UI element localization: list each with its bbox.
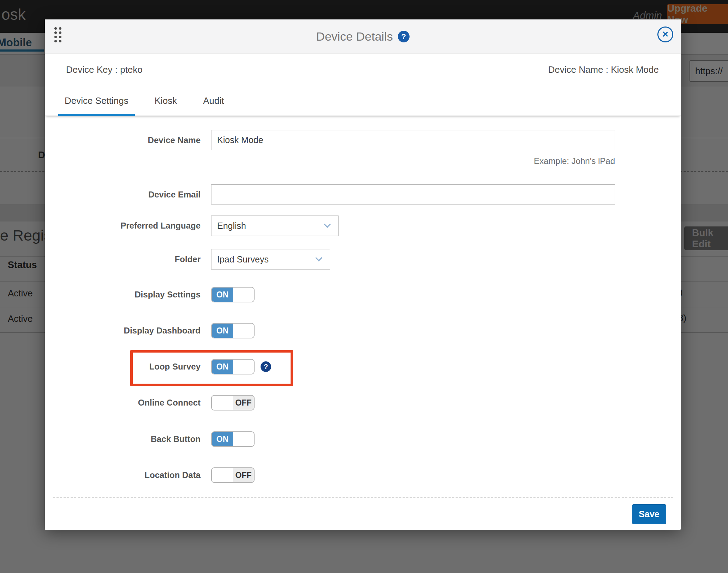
device-email-label: Device Email bbox=[55, 190, 201, 200]
modal-title: Device Details bbox=[316, 30, 393, 43]
preferred-language-select[interactable]: English bbox=[211, 215, 339, 236]
device-key-text: Device Key : pteko bbox=[66, 64, 143, 75]
chevron-down-icon bbox=[324, 221, 331, 228]
modal-header: Device Details ? ✕ bbox=[45, 19, 681, 54]
device-details-modal: Device Details ? ✕ Device Key : pteko De… bbox=[45, 19, 681, 530]
folder-label: Folder bbox=[55, 254, 201, 264]
active-tab-underline bbox=[58, 114, 135, 116]
tab-kiosk[interactable]: Kiosk bbox=[148, 85, 184, 116]
tab-audit[interactable]: Audit bbox=[197, 85, 230, 116]
display-dashboard-toggle[interactable]: ON bbox=[211, 323, 255, 338]
device-name-input[interactable] bbox=[211, 130, 615, 150]
modal-tabs: Device Settings Kiosk Audit bbox=[45, 85, 681, 116]
loop-survey-label: Loop Survey bbox=[55, 362, 201, 372]
device-name-text: Device Name : Kiosk Mode bbox=[548, 64, 659, 75]
back-button-label: Back Button bbox=[55, 434, 201, 444]
chevron-down-icon bbox=[315, 254, 322, 261]
device-name-helper: Example: John's iPad bbox=[211, 156, 615, 166]
tab-device-settings[interactable]: Device Settings bbox=[58, 85, 135, 116]
close-icon[interactable]: ✕ bbox=[657, 26, 673, 42]
display-settings-label: Display Settings bbox=[55, 290, 201, 300]
footer-divider bbox=[53, 497, 673, 498]
device-email-input[interactable] bbox=[211, 184, 615, 205]
location-data-toggle[interactable]: OFF bbox=[211, 467, 255, 483]
folder-select[interactable]: Ipad Surveys bbox=[211, 249, 330, 270]
back-button-toggle[interactable]: ON bbox=[211, 431, 255, 447]
save-button[interactable]: Save bbox=[632, 504, 666, 524]
help-icon[interactable]: ? bbox=[398, 31, 410, 42]
device-name-label: Device Name bbox=[55, 135, 201, 145]
modal-subheader: Device Key : pteko Device Name : Kiosk M… bbox=[45, 54, 681, 85]
online-connect-toggle[interactable]: OFF bbox=[211, 395, 255, 410]
preferred-language-label: Preferred Language bbox=[55, 221, 201, 231]
online-connect-label: Online Connect bbox=[55, 398, 201, 408]
modal-title-wrap: Device Details ? bbox=[45, 19, 681, 54]
screen: osk Admin Upgrade Now Mobile https:// D … bbox=[0, 0, 728, 573]
display-settings-toggle[interactable]: ON bbox=[211, 287, 255, 302]
loop-survey-toggle[interactable]: ON bbox=[211, 359, 255, 374]
location-data-label: Location Data bbox=[55, 470, 201, 480]
loop-survey-help-icon[interactable]: ? bbox=[261, 361, 271, 372]
display-dashboard-label: Display Dashboard bbox=[55, 326, 201, 336]
